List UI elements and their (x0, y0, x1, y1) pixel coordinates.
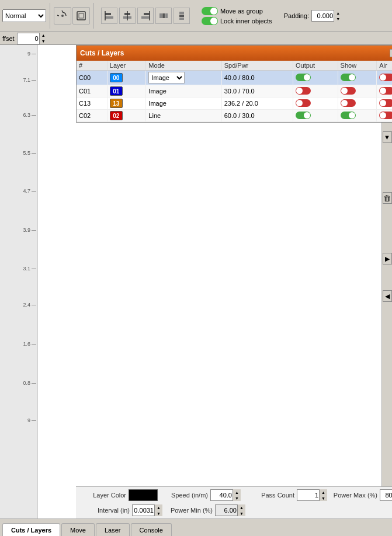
col-air: Air (377, 61, 392, 71)
show-toggle[interactable] (341, 74, 356, 81)
col-spdpwr: Spd/Pwr (221, 61, 293, 71)
col-output: Output (293, 61, 338, 71)
align-right-btn[interactable] (137, 8, 154, 24)
ruler-tick-9a: 9 (27, 51, 36, 57)
power-max-spin: ▲ ▼ (380, 489, 392, 501)
row-air[interactable] (377, 98, 392, 110)
output-toggle[interactable] (296, 99, 311, 107)
frame-icon-btn[interactable] (72, 7, 90, 25)
rotate-icon-btn[interactable] (54, 7, 71, 25)
row-show[interactable] (338, 98, 377, 110)
row-output[interactable] (293, 110, 338, 122)
air-toggle[interactable] (379, 99, 392, 107)
layer-color-box[interactable]: 13 (110, 99, 123, 108)
speed-up-btn[interactable]: ▲ (233, 489, 241, 495)
table-row[interactable]: C0101Image30.0 / 70.0 (77, 85, 392, 98)
row-output[interactable] (293, 85, 338, 98)
output-toggle-knob (296, 88, 303, 94)
row-layer[interactable]: 13 (107, 98, 146, 110)
lock-inner-toggle[interactable] (202, 17, 218, 25)
layer-color-box[interactable]: 02 (110, 111, 123, 120)
table-row[interactable]: C0000ImageLineFillOffset Fill40.0 / 80.0 (77, 71, 392, 85)
row-mode[interactable]: Line (146, 110, 221, 122)
ruler-tick-63: 6.3 (23, 112, 36, 118)
row-layer[interactable]: 02 (107, 110, 146, 122)
speed-down-btn[interactable]: ▼ (233, 495, 241, 501)
row-mode[interactable]: Image (146, 98, 221, 110)
output-toggle[interactable] (296, 74, 311, 81)
pass-count-group: Pass Count ▲ ▼ (248, 489, 327, 501)
scroll-down-btn[interactable]: ▼ (383, 131, 392, 143)
svg-point-0 (61, 15, 64, 17)
cuts-table-body: C0000ImageLineFillOffset Fill40.0 / 80.0… (77, 71, 392, 122)
tab-laser[interactable]: Laser (96, 523, 130, 536)
power-max-input[interactable] (380, 489, 392, 501)
row-air[interactable] (377, 85, 392, 98)
power-min-down-btn[interactable]: ▼ (238, 510, 245, 516)
row-air[interactable] (377, 71, 392, 85)
table-row[interactable]: C1313Image236.2 / 20.0 (77, 98, 392, 110)
speed-group: Speed (in/m) ▲ ▼ (161, 489, 241, 501)
mode-select[interactable]: Normal (2, 9, 46, 22)
row-output[interactable] (293, 98, 338, 110)
padding-spin: 0.000 ▲ ▼ (311, 10, 342, 22)
show-toggle-knob (349, 74, 355, 81)
align-center-btn[interactable] (119, 8, 136, 24)
air-toggle[interactable] (379, 87, 392, 95)
layer-color-box[interactable]: 00 (110, 73, 123, 82)
row-mode[interactable]: Image (146, 85, 221, 98)
layer-color-box[interactable]: 01 (110, 86, 123, 96)
row-layer[interactable]: 00 (107, 71, 146, 85)
cuts-panel-title: Cuts / Layers (80, 49, 124, 57)
output-toggle[interactable] (296, 87, 311, 95)
power-min-group: Power Min (%) ▲ ▼ (166, 504, 245, 516)
air-toggle[interactable] (379, 112, 392, 119)
air-toggle-knob (380, 88, 386, 94)
interval-down-btn[interactable]: ▼ (155, 510, 162, 516)
row-mode[interactable]: ImageLineFillOffset Fill (146, 71, 221, 85)
collapse-left-btn[interactable]: ◀ (383, 290, 392, 302)
offset-down-btn[interactable]: ▼ (40, 39, 47, 44)
air-toggle[interactable] (379, 74, 392, 81)
pass-count-up-btn[interactable]: ▲ (320, 489, 327, 495)
svg-rect-12 (159, 13, 162, 18)
panel-restore-btn[interactable]: ⧉ (390, 49, 392, 57)
distribute-v-btn[interactable] (174, 8, 190, 24)
layer-color-swatch[interactable] (129, 489, 158, 501)
svg-rect-16 (179, 15, 184, 17)
col-layer: Layer (107, 61, 146, 71)
tab-cuts-layers[interactable]: Cuts / Layers (2, 523, 60, 536)
row-layer[interactable]: 01 (107, 85, 146, 98)
output-toggle[interactable] (296, 112, 311, 119)
row-air[interactable] (377, 110, 392, 122)
padding-up-btn[interactable]: ▲ (334, 10, 342, 16)
air-toggle-knob (380, 74, 386, 81)
row-spdpwr: 40.0 / 80.0 (221, 71, 293, 85)
show-toggle[interactable] (341, 87, 356, 95)
offset-up-btn[interactable]: ▲ (40, 33, 47, 39)
move-as-group-toggle[interactable] (202, 7, 218, 15)
interval-group: Interval (in) ▲ ▼ (83, 504, 162, 516)
row-show[interactable] (338, 85, 377, 98)
row-output[interactable] (293, 71, 338, 85)
show-toggle[interactable] (341, 112, 356, 119)
pass-count-down-btn[interactable]: ▼ (320, 495, 327, 501)
ruler-tick-08: 0.8 (23, 380, 36, 386)
expand-right-btn[interactable]: ▶ (383, 253, 392, 264)
row-id: C00 (77, 71, 107, 85)
row-show[interactable] (338, 71, 377, 85)
mode-select[interactable]: ImageLineFillOffset Fill (148, 72, 185, 83)
col-show: Show (338, 61, 377, 71)
show-toggle[interactable] (341, 99, 356, 107)
power-min-up-btn[interactable]: ▲ (238, 504, 245, 510)
row-show[interactable] (338, 110, 377, 122)
padding-down-btn[interactable]: ▼ (334, 16, 342, 22)
delete-btn[interactable]: 🗑 (383, 192, 392, 204)
cuts-table-head: # Layer Mode Spd/Pwr Output Show Air (77, 61, 392, 71)
interval-up-btn[interactable]: ▲ (155, 504, 162, 510)
tab-move[interactable]: Move (61, 523, 95, 536)
align-left-btn[interactable] (101, 8, 117, 24)
distribute-h-btn[interactable] (155, 8, 172, 24)
table-row[interactable]: C0202Line60.0 / 30.0 (77, 110, 392, 122)
tab-console[interactable]: Console (131, 523, 172, 536)
